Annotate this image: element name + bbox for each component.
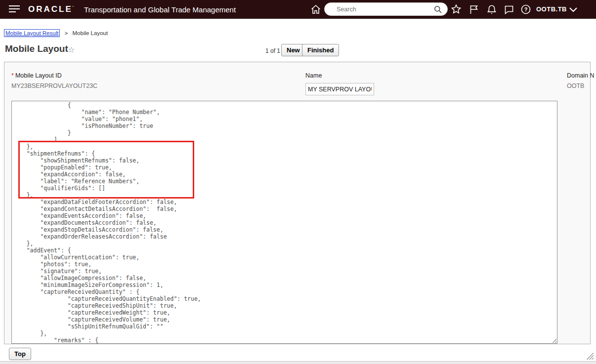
search-input[interactable]	[337, 3, 430, 15]
breadcrumb-current: Mobile Layout	[73, 30, 108, 36]
user-menu-label[interactable]: OOTB.TB	[536, 5, 567, 13]
search-icon[interactable]	[433, 4, 443, 14]
favorite-toggle-star-icon[interactable]: ☆	[68, 45, 75, 54]
name-label: Name	[305, 72, 322, 79]
svg-text:?: ?	[524, 6, 528, 12]
finished-button[interactable]: Finished	[302, 44, 339, 56]
layout-json-editor[interactable]: { "name": "Phone Number", "value": "phon…	[11, 101, 557, 344]
home-icon[interactable]	[310, 3, 322, 15]
name-field[interactable]	[305, 83, 374, 95]
search-box[interactable]	[324, 2, 448, 16]
top-button[interactable]: Top	[9, 348, 31, 360]
record-pager: 1 of 1	[265, 47, 280, 54]
domain-name-value: OOTB	[567, 82, 584, 89]
required-asterisk: *	[11, 72, 14, 79]
bottom-scrollbar-strip[interactable]	[0, 361, 596, 364]
hamburger-menu-icon[interactable]	[9, 5, 20, 13]
app-title: Transportation and Global Trade Manageme…	[84, 5, 236, 14]
page-resize-grip[interactable]	[585, 351, 594, 360]
favorites-star-icon[interactable]	[450, 3, 462, 15]
domain-name-label: Domain N	[567, 72, 595, 79]
breadcrumb-link-mobile-layout-result[interactable]: Mobile Layout Result	[4, 29, 60, 37]
mobile-layout-panel: *Mobile Layout ID MY23BSERPROVLAYOUT23C …	[4, 62, 591, 344]
app-header: ORACLE' Transportation and Global Trade …	[0, 0, 596, 19]
breadcrumb: Mobile Layout Result > Mobile Layout	[4, 29, 108, 37]
notifications-bell-icon[interactable]	[486, 3, 498, 15]
layout-json-code[interactable]: { "name": "Phone Number", "value": "phon…	[12, 101, 557, 344]
oracle-logo: ORACLE'	[28, 4, 74, 14]
flag-icon[interactable]	[468, 3, 480, 15]
mobile-layout-id-value: MY23BSERPROVLAYOUT23C	[11, 82, 97, 89]
page-title: Mobile Layout	[5, 43, 68, 54]
chevron-down-icon[interactable]	[567, 3, 579, 15]
mobile-layout-id-label: *Mobile Layout ID	[11, 72, 62, 79]
help-icon[interactable]: ?	[520, 3, 532, 15]
breadcrumb-separator: >	[65, 30, 68, 36]
messages-chat-icon[interactable]	[503, 3, 515, 15]
